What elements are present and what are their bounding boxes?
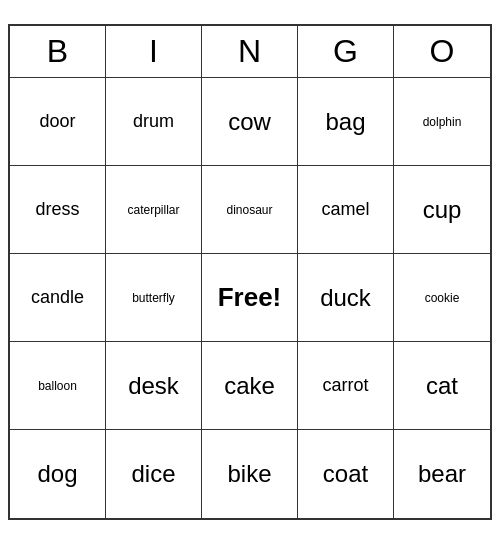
cell-text: carrot <box>322 375 368 396</box>
bingo-cell: dice <box>106 430 202 518</box>
cell-text: cat <box>426 372 458 400</box>
cell-text: duck <box>320 284 371 312</box>
cell-text: balloon <box>38 379 77 393</box>
bingo-cell: balloon <box>10 342 106 430</box>
bingo-row: dogdicebikecoatbear <box>10 430 490 518</box>
bingo-cell: bear <box>394 430 490 518</box>
cell-text: coat <box>323 460 368 488</box>
bingo-cell: bike <box>202 430 298 518</box>
bingo-header: BINGO <box>10 26 490 78</box>
bingo-cell: carrot <box>298 342 394 430</box>
bingo-cell: butterfly <box>106 254 202 342</box>
header-cell: G <box>298 26 394 78</box>
cell-text: bear <box>418 460 466 488</box>
bingo-cell: cow <box>202 78 298 166</box>
bingo-cell: dress <box>10 166 106 254</box>
cell-text: Free! <box>218 282 282 313</box>
bingo-cell: dinosaur <box>202 166 298 254</box>
cell-text: cow <box>228 108 271 136</box>
bingo-row: candlebutterflyFree!duckcookie <box>10 254 490 342</box>
cell-text: bike <box>227 460 271 488</box>
bingo-row: doordrumcowbagdolphin <box>10 78 490 166</box>
bingo-cell: cookie <box>394 254 490 342</box>
cell-text: drum <box>133 111 174 132</box>
cell-text: butterfly <box>132 291 175 305</box>
bingo-cell: dolphin <box>394 78 490 166</box>
bingo-cell: coat <box>298 430 394 518</box>
bingo-cell: cat <box>394 342 490 430</box>
bingo-cell: drum <box>106 78 202 166</box>
cell-text: cake <box>224 372 275 400</box>
header-cell: B <box>10 26 106 78</box>
bingo-cell: desk <box>106 342 202 430</box>
cell-text: caterpillar <box>127 203 179 217</box>
cell-text: candle <box>31 287 84 308</box>
cell-text: dinosaur <box>226 203 272 217</box>
bingo-cell: Free! <box>202 254 298 342</box>
cell-text: camel <box>321 199 369 220</box>
bingo-card: BINGO doordrumcowbagdolphindresscaterpil… <box>8 24 492 520</box>
cell-text: desk <box>128 372 179 400</box>
cell-text: bag <box>325 108 365 136</box>
bingo-cell: camel <box>298 166 394 254</box>
header-cell: O <box>394 26 490 78</box>
bingo-row: balloondeskcakecarrotcat <box>10 342 490 430</box>
bingo-cell: duck <box>298 254 394 342</box>
cell-text: dice <box>131 460 175 488</box>
cell-text: cookie <box>425 291 460 305</box>
header-cell: N <box>202 26 298 78</box>
cell-text: dress <box>35 199 79 220</box>
cell-text: dog <box>37 460 77 488</box>
header-cell: I <box>106 26 202 78</box>
bingo-cell: door <box>10 78 106 166</box>
bingo-cell: cup <box>394 166 490 254</box>
bingo-cell: bag <box>298 78 394 166</box>
cell-text: cup <box>423 196 462 224</box>
cell-text: dolphin <box>423 115 462 129</box>
bingo-cell: candle <box>10 254 106 342</box>
bingo-cell: cake <box>202 342 298 430</box>
bingo-cell: caterpillar <box>106 166 202 254</box>
bingo-cell: dog <box>10 430 106 518</box>
bingo-row: dresscaterpillardinosaurcamelcup <box>10 166 490 254</box>
cell-text: door <box>39 111 75 132</box>
